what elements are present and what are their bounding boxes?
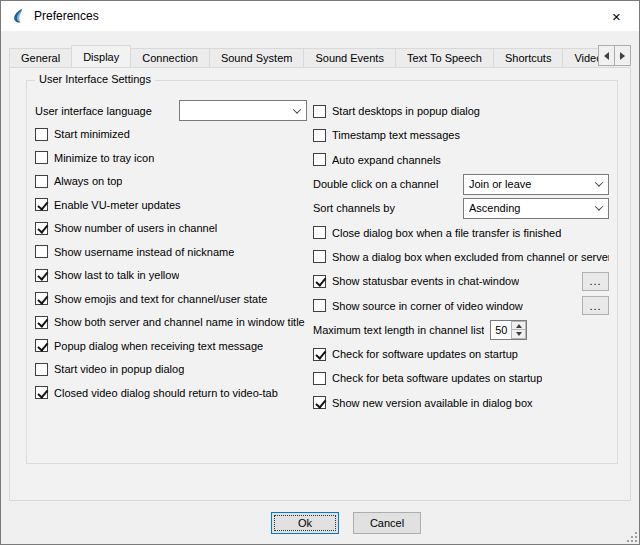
checkbox-label: Show source in corner of video window	[332, 300, 523, 312]
checkbox-label: Timestamp text messages	[332, 129, 460, 141]
tab-bar: General Display Connection Sound System …	[9, 45, 631, 67]
tab-display[interactable]: Display	[71, 45, 131, 67]
user-interface-settings-group: User Interface Settings User interface l…	[26, 80, 618, 464]
tab-scroll-left-button[interactable]	[598, 45, 615, 66]
statusbar-events-options-button[interactable]: ...	[582, 272, 609, 291]
row-video-source-corner[interactable]: Show source in corner of video window ..…	[313, 293, 609, 317]
display-tab-page: User Interface Settings User interface l…	[9, 67, 631, 501]
checkbox-label: Popup dialog when receiving text message	[54, 340, 263, 352]
row-statusbar-events[interactable]: Show statusbar events in chat-window ...	[313, 269, 609, 293]
checkbox-label: Enable VU-meter updates	[54, 199, 181, 211]
checkbox-label: Show last to talk in yellow	[54, 269, 179, 281]
checkbox-label: Check for beta software updates on start…	[332, 372, 542, 384]
language-row: User interface language	[35, 99, 307, 123]
video-return-tab-checkbox[interactable]	[35, 386, 48, 399]
combo-dropdown-icon	[590, 199, 608, 218]
tab-sound-system[interactable]: Sound System	[209, 48, 305, 67]
video-source-corner-checkbox[interactable]	[313, 299, 326, 312]
tab-text-to-speech[interactable]: Text To Speech	[395, 48, 494, 67]
tab-general[interactable]: General	[9, 48, 72, 67]
video-popup-checkbox[interactable]	[35, 363, 48, 376]
popup-text-message-checkbox[interactable]	[35, 339, 48, 352]
row-video-popup[interactable]: Start video in popup dialog	[35, 358, 307, 382]
spin-down-button[interactable]	[511, 329, 526, 339]
double-click-combobox[interactable]: Join or leave	[463, 174, 609, 195]
check-updates-checkbox[interactable]	[313, 348, 326, 361]
scroll-right-icon	[620, 52, 625, 60]
check-beta-updates-checkbox[interactable]	[313, 372, 326, 385]
timestamp-messages-checkbox[interactable]	[313, 129, 326, 142]
language-combobox[interactable]	[179, 100, 307, 121]
last-talk-yellow-checkbox[interactable]	[35, 269, 48, 282]
close-button[interactable]: ×	[594, 1, 639, 31]
new-version-dialog-checkbox[interactable]	[313, 396, 326, 409]
sort-channels-combobox[interactable]: Ascending	[463, 198, 609, 219]
vu-meter-updates-checkbox[interactable]	[35, 198, 48, 211]
statusbar-events-checkbox[interactable]	[313, 275, 326, 288]
resize-grip[interactable]	[626, 531, 638, 543]
row-close-filetransfer[interactable]: Close dialog box when a file transfer is…	[313, 220, 609, 244]
desktops-popup-checkbox[interactable]	[313, 105, 326, 118]
close-icon: ×	[612, 8, 621, 25]
spin-down-icon	[516, 332, 522, 336]
row-last-talk-yellow[interactable]: Show last to talk in yellow	[35, 264, 307, 288]
row-check-updates[interactable]: Check for software updates on startup	[313, 342, 609, 366]
checkbox-label: Check for software updates on startup	[332, 348, 518, 360]
sort-channels-label: Sort channels by	[313, 202, 457, 214]
start-minimized-checkbox[interactable]	[35, 128, 48, 141]
checkbox-label: Closed video dialog should return to vid…	[54, 387, 278, 399]
show-user-count-checkbox[interactable]	[35, 222, 48, 235]
row-check-beta-updates[interactable]: Check for beta software updates on start…	[313, 366, 609, 390]
row-minimize-to-tray[interactable]: Minimize to tray icon	[35, 146, 307, 170]
row-server-channel-title[interactable]: Show both server and channel name in win…	[35, 311, 307, 335]
checkbox-label: Show number of users in channel	[54, 222, 217, 234]
show-username-checkbox[interactable]	[35, 245, 48, 258]
max-text-length-row: Maximum text length in channel list 50	[313, 318, 609, 342]
left-settings-column: User interface language Start minimized …	[35, 99, 307, 405]
checkbox-label: Show emojis and text for channel/user st…	[54, 293, 267, 305]
checkbox-label: Start minimized	[54, 128, 130, 140]
cancel-button[interactable]: Cancel	[353, 512, 421, 534]
row-timestamp-messages[interactable]: Timestamp text messages	[313, 123, 609, 147]
server-channel-title-checkbox[interactable]	[35, 316, 48, 329]
excluded-dialog-checkbox[interactable]	[313, 250, 326, 263]
row-start-minimized[interactable]: Start minimized	[35, 123, 307, 147]
ok-button[interactable]: Ok	[271, 512, 339, 534]
checkbox-label: Always on top	[54, 175, 122, 187]
row-emoji-text-state[interactable]: Show emojis and text for channel/user st…	[35, 287, 307, 311]
checkbox-label: Start desktops in popup dialog	[332, 105, 480, 117]
row-auto-expand-channels[interactable]: Auto expand channels	[313, 148, 609, 172]
always-on-top-checkbox[interactable]	[35, 175, 48, 188]
row-video-return-tab[interactable]: Closed video dialog should return to vid…	[35, 381, 307, 405]
row-popup-text-message[interactable]: Popup dialog when receiving text message	[35, 334, 307, 358]
right-settings-column: Start desktops in popup dialog Timestamp…	[313, 99, 609, 415]
checkbox-label: Show both server and channel name in win…	[54, 316, 305, 328]
row-show-user-count[interactable]: Show number of users in channel	[35, 217, 307, 241]
auto-expand-channels-checkbox[interactable]	[313, 153, 326, 166]
row-vu-meter-updates[interactable]: Enable VU-meter updates	[35, 193, 307, 217]
row-always-on-top[interactable]: Always on top	[35, 170, 307, 194]
teamtalk-logo-icon	[10, 8, 26, 24]
row-new-version-dialog[interactable]: Show new version available in dialog box	[313, 391, 609, 415]
row-excluded-dialog[interactable]: Show a dialog box when excluded from cha…	[313, 245, 609, 269]
double-click-combobox-value: Join or leave	[469, 178, 590, 190]
checkbox-label: Show statusbar events in chat-window	[332, 275, 519, 287]
combo-dropdown-icon	[288, 101, 306, 120]
spin-buttons	[511, 321, 526, 339]
tab-connection[interactable]: Connection	[130, 48, 210, 67]
minimize-to-tray-checkbox[interactable]	[35, 151, 48, 164]
max-text-length-label: Maximum text length in channel list	[313, 324, 484, 336]
max-text-length-spinbox[interactable]: 50	[490, 320, 527, 340]
close-filetransfer-checkbox[interactable]	[313, 226, 326, 239]
dialog-body: General Display Connection Sound System …	[1, 31, 639, 544]
emoji-text-state-checkbox[interactable]	[35, 292, 48, 305]
checkbox-label: Close dialog box when a file transfer is…	[332, 227, 561, 239]
tab-sound-events[interactable]: Sound Events	[303, 48, 396, 67]
tab-scroll-right-button[interactable]	[614, 45, 631, 66]
row-desktops-popup[interactable]: Start desktops in popup dialog	[313, 99, 609, 123]
video-source-options-button[interactable]: ...	[582, 296, 609, 315]
tab-shortcuts[interactable]: Shortcuts	[493, 48, 563, 67]
sort-channels-combobox-value: Ascending	[469, 202, 590, 214]
language-label: User interface language	[35, 105, 173, 117]
row-show-username[interactable]: Show username instead of nickname	[35, 240, 307, 264]
